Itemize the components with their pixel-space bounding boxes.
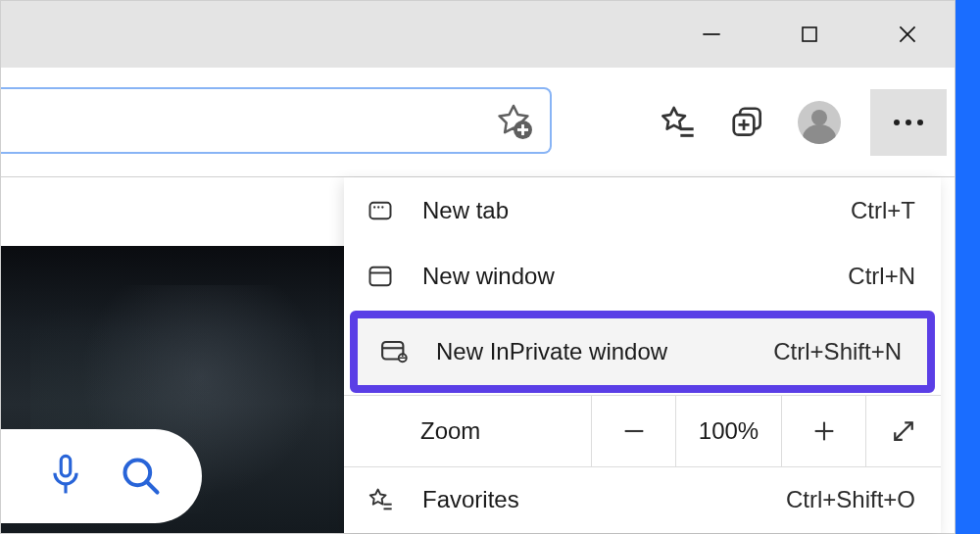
svg-rect-1 [803,27,816,41]
svg-rect-13 [61,456,71,476]
menu-shortcut: Ctrl+T [851,197,915,224]
svg-point-20 [381,206,383,208]
address-bar[interactable] [1,87,552,154]
profile-avatar-icon[interactable] [798,101,841,144]
menu-item-highlight: New InPrivate window Ctrl+Shift+N [350,311,935,393]
favorites-list-icon[interactable] [657,102,698,143]
svg-point-18 [373,206,375,208]
menu-label: New InPrivate window [436,338,746,365]
minimize-button[interactable] [682,5,741,64]
menu-shortcut: Ctrl+Shift+N [773,338,902,365]
browser-window: New tab Ctrl+T New window Ctrl+N [0,0,956,534]
inprivate-icon [379,337,409,366]
fullscreen-button[interactable] [865,396,941,466]
menu-item-new-window[interactable]: New window Ctrl+N [344,243,941,309]
svg-rect-21 [370,267,391,285]
svg-point-19 [377,206,379,208]
overflow-menu: New tab Ctrl+T New window Ctrl+N [344,177,941,533]
new-tab-icon [366,196,395,225]
svg-rect-17 [370,202,391,218]
settings-menu-button[interactable] [870,89,947,156]
menu-item-new-tab[interactable]: New tab Ctrl+T [344,177,941,243]
menu-item-inprivate[interactable]: New InPrivate window Ctrl+Shift+N [358,318,927,385]
menu-shortcut: Ctrl+N [848,263,915,290]
maximize-button[interactable] [780,5,839,64]
toolbar-right [657,68,955,177]
page-search-pill [1,429,202,523]
menu-item-zoom: Zoom 100% [344,395,941,467]
content-area: New tab Ctrl+T New window Ctrl+N [1,177,955,533]
svg-line-29 [895,422,912,440]
favorite-add-icon[interactable] [495,102,532,139]
menu-label: New tab [422,197,823,224]
menu-item-favorites[interactable]: Favorites Ctrl+Shift+O [344,467,941,533]
favorites-icon [366,485,395,514]
menu-shortcut: Ctrl+Shift+O [786,486,915,513]
zoom-out-button[interactable] [591,396,675,466]
new-window-icon [366,262,395,291]
search-icon[interactable] [120,455,163,498]
zoom-value: 100% [675,396,781,466]
svg-line-16 [147,482,158,493]
window-titlebar [1,1,955,68]
voice-search-icon[interactable] [47,451,84,502]
close-button[interactable] [878,5,937,64]
collections-icon[interactable] [727,102,768,143]
toolbar [1,68,955,177]
menu-label: New window [422,263,820,290]
zoom-in-button[interactable] [781,396,865,466]
menu-label: Favorites [422,486,759,513]
zoom-label: Zoom [344,396,591,466]
